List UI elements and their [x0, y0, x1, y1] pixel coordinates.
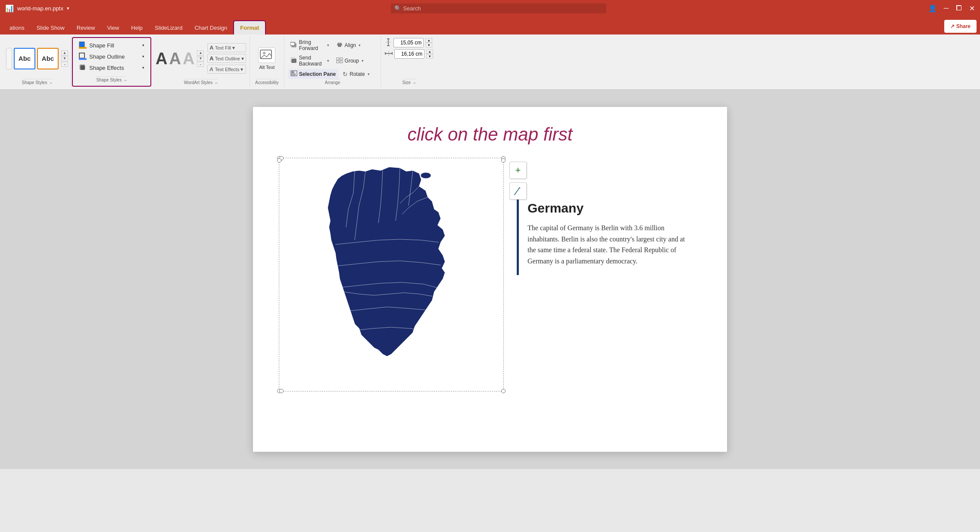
country-name: Germany	[527, 201, 689, 216]
search-input[interactable]	[391, 3, 606, 13]
text-fill-dropdown[interactable]: ▾	[232, 45, 235, 51]
shape-style-box-2[interactable]: Abc	[14, 48, 35, 69]
handle-br[interactable]	[501, 389, 506, 393]
shape-style-box-1[interactable]	[6, 48, 12, 69]
bring-forward-dropdown[interactable]: ▾	[327, 43, 329, 47]
scroll-expand-btn[interactable]: ⌄	[61, 62, 68, 67]
close-icon[interactable]: ✕	[969, 4, 975, 13]
wordart-scroll-down[interactable]: ▼	[197, 56, 204, 61]
shape-fill-button[interactable]: Shape Fill ▾	[77, 41, 146, 50]
scroll-down-btn[interactable]: ▼	[61, 56, 68, 61]
chart-edit-button[interactable]	[509, 182, 527, 200]
arrange-row-1: Bring Forward ▾ Align ▾	[288, 38, 377, 53]
tab-format[interactable]: Format	[233, 20, 266, 34]
minimize-icon[interactable]: ─	[944, 4, 949, 12]
alt-text-button[interactable]: Alt Text	[256, 46, 277, 72]
selection-pane-button[interactable]: Selection Pane	[288, 69, 338, 79]
slide: click on the map first	[253, 107, 727, 452]
align-icon	[336, 42, 343, 49]
wordart-letters: A A A	[156, 50, 194, 67]
size-height-row: ▲ ▼	[385, 38, 433, 47]
text-outline-dropdown[interactable]: ▾	[241, 56, 244, 62]
bring-forward-button[interactable]: Bring Forward ▾	[288, 38, 332, 53]
group-dropdown[interactable]: ▾	[362, 59, 364, 63]
title-bar-center: 🔍	[69, 3, 928, 13]
send-backward-dropdown[interactable]: ▾	[327, 59, 329, 63]
tab-slidelizard[interactable]: SlideLizard	[149, 21, 188, 34]
rotate-dropdown[interactable]: ▾	[368, 72, 370, 76]
chart-add-button[interactable]: +	[509, 162, 527, 179]
alt-text-icon	[258, 47, 275, 63]
ribbon-tabs: ations Slide Show Review View Help Slide…	[0, 16, 980, 34]
shape-options-expander[interactable]: ⌐	[125, 78, 127, 82]
align-dropdown[interactable]: ▾	[359, 43, 361, 47]
text-effects-button[interactable]: A Text Effects ▾	[207, 65, 246, 74]
wordart-right-btns: A Text Fill ▾ A Text Outline ▾ A Text Ef…	[207, 43, 246, 74]
wordart-scroll-expand[interactable]: ⌄	[197, 62, 204, 67]
map-selection-container[interactable]: +	[279, 158, 504, 393]
ribbon-format: Abc Abc ▲ ▼ ⌄ Shape Styles ⌐	[0, 34, 980, 90]
svg-rect-16	[340, 58, 343, 60]
share-button[interactable]: ↗ Share	[944, 20, 977, 33]
title-bar-right: 👤 ─ ⧠ ✕	[928, 4, 975, 13]
wordart-letter-2[interactable]: A	[169, 50, 181, 67]
restore-icon[interactable]: ⧠	[955, 4, 962, 12]
size-label: Size ⌐	[403, 79, 416, 86]
shape-fill-dropdown-icon[interactable]: ▾	[142, 43, 144, 47]
accessibility-content: Alt Text	[256, 38, 277, 79]
tab-review[interactable]: Review	[71, 21, 101, 34]
height-down-btn[interactable]: ▼	[425, 43, 432, 47]
height-input[interactable]	[393, 38, 424, 47]
handle-ml[interactable]	[277, 158, 281, 163]
text-outline-button[interactable]: A Text Outline ▾	[207, 54, 246, 63]
germany-map[interactable]	[279, 158, 503, 391]
ribbon-group-wordart: A A A ▲ ▼ ⌄ A Text Fill ▾ A Text Outline…	[152, 36, 250, 88]
size-content: ▲ ▼ ▲	[385, 38, 433, 79]
size-inputs: ▲ ▼ ▲	[385, 38, 433, 59]
chart-edit-icon	[513, 186, 523, 196]
shape-styles-label: Shape Styles ⌐	[22, 79, 53, 86]
width-down-btn[interactable]: ▼	[426, 54, 433, 59]
send-backward-icon	[290, 57, 297, 65]
wordart-label: WordArt Styles ⌐	[184, 79, 218, 86]
wordart-scroll-up[interactable]: ▲	[197, 50, 204, 56]
tab-help[interactable]: Help	[125, 21, 149, 34]
handle-bm[interactable]	[279, 389, 284, 393]
title-bar-left: 📊 world-map.en.pptx ▾	[5, 4, 69, 13]
svg-rect-18	[340, 61, 343, 63]
svg-rect-14	[292, 59, 296, 63]
wordart-letter-1[interactable]: A	[156, 50, 167, 67]
wordart-content: A A A ▲ ▼ ⌄ A Text Fill ▾ A Text Outline…	[156, 38, 246, 79]
tab-chartdesign[interactable]: Chart Design	[188, 21, 233, 34]
wordart-letter-3[interactable]: A	[183, 50, 194, 67]
handle-mr[interactable]	[501, 158, 506, 163]
svg-line-31	[515, 188, 519, 194]
text-fill-button[interactable]: A Text Fill ▾	[207, 43, 246, 52]
tab-animations[interactable]: ations	[3, 21, 31, 34]
user-avatar[interactable]: 👤	[928, 4, 937, 13]
arrange-label: Arrange	[325, 79, 340, 86]
height-up-btn[interactable]: ▲	[425, 38, 432, 43]
group-button[interactable]: Group ▾	[334, 56, 378, 66]
svg-rect-17	[337, 61, 339, 63]
shape-styles-expander[interactable]: ⌐	[50, 81, 52, 85]
width-icon	[385, 50, 393, 58]
text-effects-dropdown[interactable]: ▾	[240, 66, 243, 72]
send-backward-button[interactable]: Send Backward ▾	[288, 53, 332, 68]
width-up-btn[interactable]: ▲	[426, 49, 433, 54]
shape-outline-button[interactable]: Shape Outline ▾	[77, 52, 146, 61]
shape-effects-button[interactable]: Shape Effects ▾	[77, 63, 146, 72]
align-button[interactable]: Align ▾	[334, 41, 378, 50]
shape-style-box-3[interactable]: Abc	[37, 48, 59, 69]
rotate-button[interactable]: ↻ Rotate ▾	[340, 69, 377, 79]
width-input[interactable]	[394, 49, 424, 59]
shape-styles-content: Abc Abc ▲ ▼ ⌄	[6, 38, 68, 79]
shape-outline-dropdown-icon[interactable]: ▾	[142, 54, 144, 59]
size-expander[interactable]: ⌐	[414, 81, 416, 85]
shape-effects-dropdown-icon[interactable]: ▾	[142, 66, 144, 70]
tab-view[interactable]: View	[101, 21, 125, 34]
scroll-up-btn[interactable]: ▲	[61, 50, 68, 56]
height-icon	[385, 38, 392, 47]
wordart-expander[interactable]: ⌐	[215, 81, 218, 85]
tab-slideshow[interactable]: Slide Show	[31, 21, 71, 34]
